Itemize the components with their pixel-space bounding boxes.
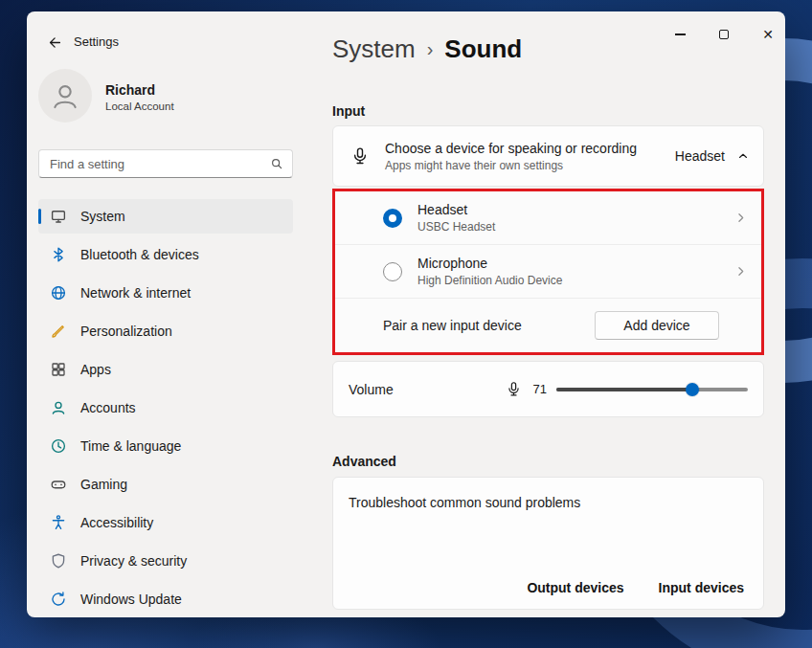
sidebar-item-bluetooth-devices[interactable]: Bluetooth & devices [38, 237, 293, 272]
chevron-right-icon [733, 211, 748, 225]
volume-slider[interactable] [556, 383, 748, 396]
chevron-up-icon [736, 149, 750, 163]
sidebar-item-label: Gaming [80, 477, 127, 492]
privacy-security-icon [50, 552, 67, 570]
time-language-icon [50, 437, 67, 455]
sidebar-item-apps[interactable]: Apps [38, 352, 293, 387]
chooser-subtitle: Apps might have their own settings [385, 159, 675, 172]
windows-update-icon [50, 591, 67, 608]
sidebar-item-windows-update[interactable]: Windows Update [38, 582, 293, 616]
chooser-selected-value: Headset [675, 148, 725, 164]
volume-slider-handle[interactable] [686, 383, 699, 396]
desktop: { "window": { "title": "Settings" }, "br… [0, 0, 812, 648]
device-row-headset[interactable]: Headset USBC Headset [335, 191, 761, 245]
accounts-icon [50, 399, 67, 416]
sidebar-item-time-language[interactable]: Time & language [38, 429, 293, 463]
troubleshoot-label: Troubleshoot common sound problems [349, 495, 580, 510]
main-content: Input Choose a device for speaking or re… [332, 11, 764, 617]
device-name: Microphone [417, 256, 733, 271]
headset-radio[interactable] [383, 209, 402, 228]
network-icon [50, 284, 67, 302]
sidebar-item-label: Apps [80, 362, 111, 377]
sidebar-item-label: Windows Update [80, 592, 182, 607]
sidebar-item-label: Personalization [80, 324, 172, 339]
volume-label: Volume [349, 382, 506, 397]
sidebar-item-label: Network & internet [80, 285, 191, 301]
settings-window: Settings ✕ System › Sound Richard Local … [27, 11, 785, 617]
sidebar-item-gaming[interactable]: Gaming [38, 467, 293, 502]
chooser-title: Choose a device for speaking or recordin… [385, 141, 675, 156]
search-icon [270, 157, 283, 170]
sidebar-item-privacy-security[interactable]: Privacy & security [38, 544, 293, 578]
sidebar-item-system[interactable]: System [38, 199, 293, 234]
sidebar-item-network-internet[interactable]: Network & internet [38, 276, 293, 310]
system-icon [50, 208, 67, 225]
accessibility-icon [50, 514, 67, 531]
device-name: Headset [417, 202, 733, 217]
user-account-type: Local Account [105, 101, 174, 112]
microphone-radio[interactable] [383, 262, 402, 281]
sidebar-item-personalization[interactable]: Personalization [38, 314, 293, 348]
apps-icon [50, 361, 67, 378]
sidebar-item-accessibility[interactable]: Accessibility [38, 505, 293, 540]
device-row-microphone[interactable]: Microphone High Definition Audio Device [335, 245, 761, 299]
highlight-box: Headset USBC Headset Microphone High Def… [332, 189, 764, 355]
bluetooth-icon [50, 246, 67, 263]
pair-device-row: Pair a new input device Add device [335, 299, 761, 352]
gaming-icon [50, 476, 67, 493]
sidebar-nav: System Bluetooth & devices Network & int… [38, 199, 293, 617]
input-device-chooser[interactable]: Choose a device for speaking or recordin… [332, 125, 764, 187]
sidebar-item-label: Privacy & security [80, 553, 187, 569]
sidebar-item-accounts[interactable]: Accounts [38, 391, 293, 425]
sidebar-item-label: Time & language [80, 438, 181, 454]
search-input[interactable] [39, 157, 270, 171]
input-devices-button[interactable]: Input devices [659, 580, 744, 595]
output-devices-button[interactable]: Output devices [527, 580, 623, 595]
user-name: Richard [105, 82, 155, 98]
person-icon [49, 79, 81, 112]
microphone-icon [350, 146, 370, 166]
sidebar-item-label: Accounts [80, 400, 136, 415]
microphone-icon [506, 381, 522, 397]
chevron-right-icon [733, 264, 748, 279]
volume-slider-fill [556, 388, 692, 391]
troubleshoot-buttons: Output devices Input devices [527, 580, 744, 595]
device-text: Headset USBC Headset [417, 202, 733, 234]
device-description: High Definition Audio Device [417, 274, 733, 287]
sidebar-item-label: Bluetooth & devices [80, 247, 199, 262]
advanced-section-heading: Advanced [332, 454, 396, 469]
volume-card: Volume 71 [332, 361, 764, 417]
chooser-text: Choose a device for speaking or recordin… [385, 141, 675, 172]
pair-device-label: Pair a new input device [383, 318, 595, 333]
input-section-heading: Input [332, 103, 365, 119]
avatar[interactable] [38, 69, 92, 123]
volume-value: 71 [530, 382, 547, 396]
troubleshoot-card: Troubleshoot common sound problems Outpu… [332, 477, 764, 610]
personalization-icon [50, 323, 67, 340]
add-device-button[interactable]: Add device [595, 311, 719, 340]
device-text: Microphone High Definition Audio Device [417, 256, 733, 287]
device-description: USBC Headset [417, 220, 733, 234]
sidebar: Richard Local Account System Bluetooth &… [38, 11, 293, 617]
sidebar-item-label: Accessibility [80, 515, 153, 530]
search-box [38, 149, 293, 178]
sidebar-item-label: System [80, 209, 125, 224]
